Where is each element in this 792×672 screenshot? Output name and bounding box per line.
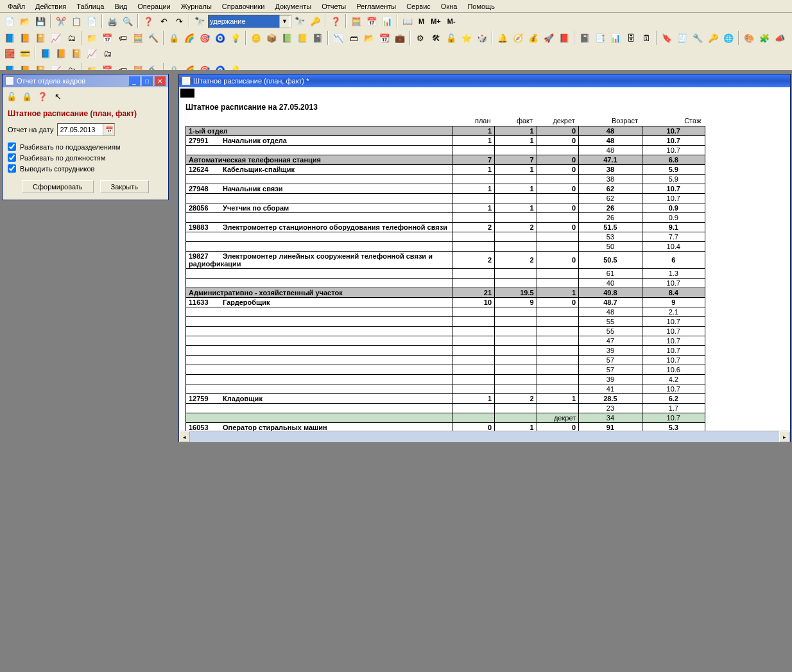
toolbar-icon[interactable]: 🧭 [511, 31, 525, 45]
toolbar-icon[interactable]: 🔔 [495, 31, 510, 45]
date-input-wrapper[interactable]: 📅 [57, 123, 115, 136]
m-minus-button[interactable]: М- [445, 14, 458, 28]
chk-by-position[interactable] [8, 153, 16, 162]
undo-icon[interactable]: ↶ [157, 14, 171, 28]
question-icon[interactable]: ❓ [329, 14, 343, 28]
menu-documents[interactable]: Документы [270, 1, 316, 12]
toolbar-icon[interactable]: 🔖 [660, 31, 674, 45]
table-row[interactable]: 611.3 [186, 269, 705, 279]
checkbox-row-2[interactable]: Разбивать по должностям [8, 153, 163, 162]
toolbar-icon[interactable]: 📙 [54, 46, 68, 60]
toolbar-icon[interactable]: ⚙ [413, 31, 427, 45]
lock-icon[interactable]: 🔓 [4, 89, 19, 103]
table-row[interactable]: 537.7 [186, 232, 705, 242]
table-row[interactable]: 4810.7 [186, 146, 705, 155]
toolbar-icon[interactable]: 🗂 [64, 31, 78, 45]
toolbar-icon[interactable]: 📦 [264, 31, 279, 45]
table-row[interactable]: 385.9 [186, 175, 705, 184]
m-plus-button[interactable]: М+ [428, 14, 443, 28]
table-row[interactable]: 260.9 [186, 213, 705, 223]
redo-icon[interactable]: ↷ [172, 14, 186, 28]
open-icon[interactable]: 📂 [18, 14, 32, 28]
toolbar-icon[interactable]: 🔒 [167, 31, 181, 45]
toolbar-icon[interactable]: 📊 [608, 31, 623, 45]
toolbar-icon[interactable]: 📔 [33, 31, 47, 45]
report-content[interactable]: Штатное расписание на 27.05.2013 план фа… [179, 99, 790, 431]
toolbar-icon[interactable]: 📈 [49, 31, 63, 45]
menu-actions[interactable]: Действия [30, 1, 71, 12]
toolbar-icon[interactable]: 📗 [280, 31, 294, 45]
toolbar-icon[interactable]: 📕 [557, 31, 571, 45]
report-titlebar[interactable]: Штатное расписание (план, факт) * [179, 74, 790, 87]
toolbar-icon[interactable]: 💰 [526, 31, 540, 45]
checkbox-row-3[interactable]: Выводить сотрудников [8, 164, 163, 173]
table-row[interactable]: 394.2 [186, 375, 705, 384]
table-row[interactable]: 12624 Кабельщик-спайщик110385.9 [186, 165, 705, 175]
table-row[interactable]: 12759 Кладовщик12128.56.2 [186, 394, 705, 404]
table-row[interactable]: 5710.7 [186, 356, 705, 365]
cut-icon[interactable]: ✂️ [54, 14, 68, 28]
toolbar-icon[interactable]: 🔑 [706, 31, 720, 45]
toolbar-icon[interactable]: 📘 [39, 46, 53, 60]
chart-icon[interactable]: 📊 [380, 14, 394, 28]
maximize-button[interactable]: □ [141, 76, 153, 86]
scroll-left-icon[interactable]: ◂ [179, 431, 190, 442]
calc-icon[interactable]: 🧮 [349, 14, 363, 28]
table-row[interactable]: 4710.7 [186, 336, 705, 346]
lock2-icon[interactable]: 🔒 [20, 89, 34, 103]
table-row[interactable]: 28056 Учетчик по сборам110260.9 [186, 203, 705, 213]
chk-by-department[interactable] [8, 142, 16, 151]
calendar-picker-icon[interactable]: 📅 [103, 124, 114, 135]
toolbar-icon[interactable]: 📅 [100, 31, 114, 45]
menu-file[interactable]: Файл [3, 1, 30, 12]
table-row[interactable]: Административно - хозяйственный участок2… [186, 288, 705, 298]
binoculars2-icon[interactable]: 🔭 [293, 14, 307, 28]
toolbar-icon[interactable]: 📆 [377, 31, 392, 45]
table-row[interactable]: 5510.7 [186, 317, 705, 327]
toolbar-icon[interactable]: ⭐ [460, 31, 474, 45]
toolbar-icon[interactable]: 🔨 [146, 31, 160, 45]
menu-reglaments[interactable]: Регламенты [351, 1, 401, 12]
toolbar-icon[interactable]: 📣 [773, 31, 787, 45]
help-icon[interactable]: ❓ [141, 14, 155, 28]
table-row[interactable]: 4110.7 [186, 384, 705, 394]
table-row[interactable]: 482.1 [186, 307, 705, 317]
table-row[interactable]: 5010.4 [186, 242, 705, 252]
menu-view[interactable]: Вид [109, 1, 132, 12]
toolbar-icon[interactable]: 🧿 [213, 31, 227, 45]
toolbar-icon[interactable]: 🗃 [347, 31, 361, 45]
table-row[interactable]: 231.7 [186, 404, 705, 413]
date-input[interactable] [58, 124, 103, 135]
table-row[interactable]: 27991 Начальник отдела1104810.7 [186, 136, 705, 146]
minimize-button[interactable]: _ [128, 76, 140, 86]
toolbar-icon[interactable]: 🎯 [198, 31, 212, 45]
selection-box[interactable] [180, 89, 194, 98]
new-icon[interactable]: 📄 [3, 14, 17, 28]
toolbar-icon[interactable]: 📔 [69, 46, 83, 60]
close-panel-button[interactable]: Закрыть [100, 180, 149, 193]
toolbar-icon[interactable]: 🛠 [429, 31, 443, 45]
preview-icon[interactable]: 🔍 [121, 14, 135, 28]
chk-employees[interactable] [8, 164, 16, 173]
toolbar-icon[interactable]: 📘 [3, 31, 17, 45]
toolbar-icon[interactable]: 🔓 [444, 31, 458, 45]
find-icon[interactable]: 🔭 [193, 14, 207, 28]
table-row[interactable]: 19827 Электромонтер линейных сооружений … [186, 252, 705, 269]
toolbar-icon[interactable]: 📒 [295, 31, 309, 45]
save-icon[interactable]: 💾 [33, 14, 47, 28]
panel-titlebar[interactable]: Отчет отдела кадров _ □ ✕ [3, 74, 168, 87]
toolbar-icon[interactable]: 🏷 [116, 31, 130, 45]
scroll-thumb[interactable] [190, 431, 779, 442]
menu-journals[interactable]: Журналы [176, 1, 217, 12]
paste-icon[interactable]: 📄 [85, 14, 99, 28]
toolbar-icon[interactable]: 📈 [85, 46, 99, 60]
menu-operations[interactable]: Операции [132, 1, 175, 12]
table-row[interactable]: 27948 Начальник связи1106210.7 [186, 184, 705, 194]
help2-icon[interactable]: ❓ [35, 89, 49, 103]
menu-windows[interactable]: Окна [436, 1, 463, 12]
m-button[interactable]: М [416, 14, 427, 28]
table-row[interactable]: 5710.6 [186, 365, 705, 375]
checkbox-row-1[interactable]: Разбивать по подразделениям [8, 142, 163, 151]
toolbar-icon[interactable]: 🗂 [100, 46, 114, 60]
pointer-icon[interactable]: ↖ [51, 89, 65, 103]
